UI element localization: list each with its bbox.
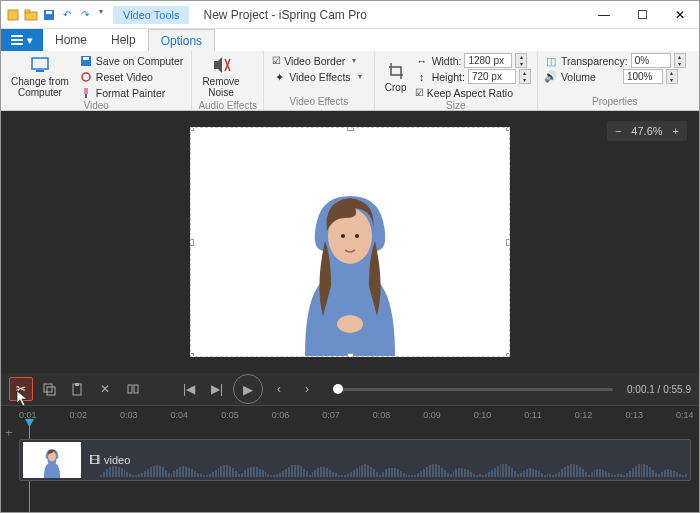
minimize-button[interactable]: — [585,1,623,29]
close-button[interactable]: ✕ [661,1,699,29]
resize-handle-br[interactable] [506,353,510,357]
svg-rect-14 [85,94,87,98]
tab-help[interactable]: Help [99,29,148,51]
tab-options[interactable]: Options [148,29,215,51]
ribbon-tabs: ▾ Home Help Options [1,29,699,51]
remove-noise-button[interactable]: Remove Noise [198,53,243,100]
zoom-out-button[interactable]: − [615,125,621,137]
save-on-computer-button[interactable]: Save on Computer [77,53,186,68]
svg-rect-25 [128,385,132,393]
resize-handle-tm[interactable] [347,127,354,131]
seek-knob[interactable] [333,384,343,394]
video-border-button[interactable]: ☑Video Border▾ [270,53,368,68]
reset-icon [79,70,93,84]
height-spinner[interactable]: ▴▾ [519,69,531,84]
height-input[interactable]: 720 px [468,69,516,84]
timeline-ruler[interactable]: 0:010:020:030:040:050:060:070:080:090:10… [1,405,699,423]
maximize-button[interactable]: ☐ [623,1,661,29]
cut-button[interactable]: ✂ [9,377,33,401]
crop-button[interactable]: Crop [381,53,411,100]
svg-rect-9 [36,70,44,72]
window-controls: — ☐ ✕ [585,1,699,29]
qat-save-icon[interactable] [41,7,57,23]
change-from-computer-button[interactable]: Change from Computer [7,53,73,100]
quick-access-toolbar: ↶ ↷ ▾ [1,5,111,25]
transparency-input[interactable]: 0% [631,53,671,68]
cursor-icon [16,390,32,408]
resize-handle-tr[interactable] [506,127,510,131]
video-effects-button[interactable]: ✦Video Effects▾ [270,69,368,84]
video-track[interactable]: 🎞video [19,439,691,481]
qat-new-icon[interactable] [5,7,21,23]
qat-customize-icon[interactable]: ▾ [95,7,107,23]
height-icon: ↕ [415,70,429,84]
resize-handle-lm[interactable] [190,239,194,246]
add-track-button[interactable]: + [5,425,13,440]
time-display: 0:00.1 / 0:55.9 [627,384,691,395]
qat-redo-icon[interactable]: ↷ [77,7,93,23]
ribbon-group-video: Change from Computer Save on Computer Re… [1,51,192,110]
format-painter-button[interactable]: Format Painter [77,85,186,100]
qat-undo-icon[interactable]: ↶ [59,7,75,23]
ribbon: Change from Computer Save on Computer Re… [1,51,699,111]
svg-rect-6 [11,39,23,41]
play-button[interactable]: ▶ [233,374,263,404]
resize-handle-tl[interactable] [190,127,194,131]
video-content [275,156,425,356]
brush-icon [79,86,93,100]
svg-rect-11 [83,57,89,60]
tab-home[interactable]: Home [43,29,99,51]
disk-icon [79,54,93,68]
keep-aspect-checkbox[interactable]: ☑Keep Aspect Ratio [415,85,531,100]
svg-rect-26 [134,385,138,393]
seek-slider[interactable] [333,388,613,391]
svg-rect-7 [11,43,23,45]
window-title: New Project - iSpring Cam Pro [203,8,366,22]
checkbox-icon: ☑ [415,87,424,98]
canvas-area[interactable]: − 47.6% + [1,111,699,373]
zoom-level: 47.6% [631,125,662,137]
svg-rect-13 [84,88,88,94]
copy-button[interactable] [37,377,61,401]
svg-rect-21 [44,384,52,392]
skip-start-button[interactable]: |◀ [177,377,201,401]
audio-waveform [100,461,685,477]
svg-point-20 [337,315,363,333]
transparency-spinner[interactable]: ▴▾ [674,53,686,68]
svg-point-19 [355,234,359,238]
qat-open-icon[interactable] [23,7,39,23]
ribbon-group-properties: ◫Transparency:0%▴▾ 🔊Volume100%▴▾ Propert… [538,51,692,110]
width-input[interactable]: 1280 px [464,53,512,68]
prev-frame-button[interactable]: ‹ [267,377,291,401]
sparkle-icon: ✦ [272,70,286,84]
resize-handle-bl[interactable] [190,353,194,357]
split-button[interactable] [121,377,145,401]
transparency-icon: ◫ [544,54,558,68]
svg-rect-24 [75,383,79,386]
next-frame-button[interactable]: › [295,377,319,401]
title-bar: ↶ ↷ ▾ Video Tools New Project - iSpring … [1,1,699,29]
resize-handle-rm[interactable] [506,239,510,246]
width-spinner[interactable]: ▴▾ [515,53,527,68]
volume-input[interactable]: 100% [623,69,663,84]
zoom-control: − 47.6% + [607,121,687,141]
volume-spinner[interactable]: ▴▾ [666,69,678,84]
skip-end-button[interactable]: ▶| [205,377,229,401]
svg-rect-5 [11,35,23,37]
svg-rect-2 [25,10,30,13]
zoom-in-button[interactable]: + [673,125,679,137]
reset-video-button[interactable]: Reset Video [77,69,186,84]
timeline[interactable]: + 🎞video [1,423,699,513]
video-frame[interactable] [190,127,510,357]
file-menu-button[interactable]: ▾ [1,29,43,51]
paste-button[interactable] [65,377,89,401]
checkbox-icon: ☑ [272,55,281,66]
svg-rect-0 [8,10,18,20]
ribbon-group-size: Crop ↔Width:1280 px▴▾ ↕Height:720 px▴▾ ☑… [375,51,538,110]
playback-toolbar: ✂ ✕ |◀ ▶| ▶ ‹ › 0:00.1 / 0:55.9 [1,373,699,405]
resize-handle-bm[interactable] [347,353,354,357]
width-icon: ↔ [415,54,429,68]
delete-button[interactable]: ✕ [93,377,117,401]
svg-point-18 [341,234,345,238]
volume-icon: 🔊 [544,70,558,84]
